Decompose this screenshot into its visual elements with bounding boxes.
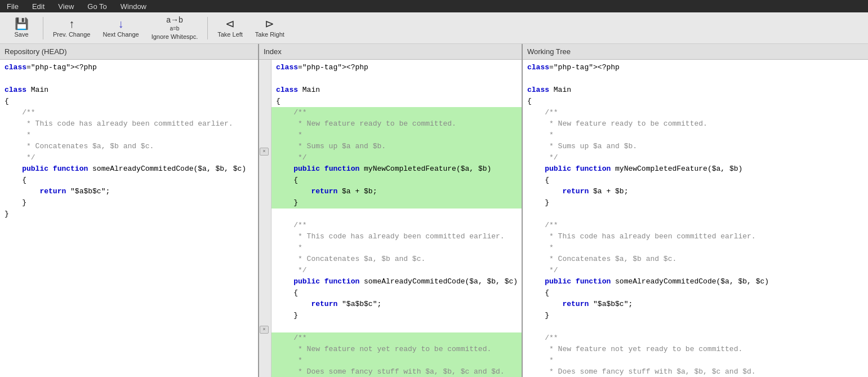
code-line: { bbox=[0, 96, 258, 107]
prev-change-button[interactable]: ↑ Prev. Change bbox=[48, 15, 95, 42]
code-line: return $a + $b; bbox=[271, 186, 522, 197]
middle-panel-header: Index bbox=[259, 44, 522, 60]
save-button[interactable]: 💾 Save bbox=[5, 15, 38, 42]
code-line: /** bbox=[523, 332, 868, 344]
code-line: class="php-tag"><?php bbox=[523, 62, 868, 73]
code-line: class Main bbox=[271, 85, 522, 96]
code-line: */ bbox=[271, 152, 522, 163]
code-line bbox=[523, 209, 868, 220]
code-line: { bbox=[523, 287, 868, 299]
take-left-icon: ⊲ bbox=[225, 18, 235, 29]
code-line: */ bbox=[0, 152, 258, 163]
code-line: /** bbox=[523, 220, 868, 231]
code-line: * New feature not yet ready to be commit… bbox=[271, 344, 522, 355]
take-right-button[interactable]: ⊳ Take Right bbox=[250, 15, 290, 42]
code-line: { bbox=[523, 175, 868, 186]
separator-2 bbox=[207, 17, 208, 39]
code-line: * bbox=[271, 130, 522, 141]
code-line: } bbox=[0, 197, 258, 209]
code-line: class="php-tag"><?php bbox=[271, 62, 522, 73]
middle-panel-content[interactable]: class="php-tag"><?php class Main{ /** * … bbox=[259, 60, 522, 377]
prev-change-label: Prev. Change bbox=[53, 31, 90, 38]
code-line: * bbox=[523, 130, 868, 141]
middle-gutter: × × bbox=[259, 60, 271, 377]
code-line: * This code has already been committed e… bbox=[0, 118, 258, 130]
code-line: public function someAlreadyCommitedCode(… bbox=[523, 276, 868, 287]
code-line: public function someAlreadyCommitedCode(… bbox=[0, 163, 258, 175]
code-line: } bbox=[271, 310, 522, 321]
menu-edit[interactable]: Edit bbox=[30, 1, 47, 12]
menu-window[interactable]: Window bbox=[118, 1, 149, 12]
code-line: * Sums up $a and $b. bbox=[523, 141, 868, 152]
code-line: public function myNewCompletedFeature($a… bbox=[523, 163, 868, 175]
code-line: return $a + $b; bbox=[523, 186, 868, 197]
right-panel: Working Tree class="php-tag"><?php class… bbox=[523, 44, 868, 377]
code-line: return "$a$b$c"; bbox=[523, 299, 868, 310]
code-line: class="php-tag"><?php bbox=[0, 62, 258, 73]
left-panel-header: Repository (HEAD) bbox=[0, 44, 258, 60]
code-line bbox=[271, 209, 522, 220]
take-left-label: Take Left bbox=[217, 31, 243, 38]
code-line: */ bbox=[271, 265, 522, 276]
code-line: * Concatenates $a, $b and $c. bbox=[271, 254, 522, 265]
code-line: { bbox=[271, 96, 522, 107]
menu-view[interactable]: View bbox=[56, 1, 76, 12]
code-line: * bbox=[271, 242, 522, 254]
code-line: * bbox=[523, 242, 868, 254]
next-change-icon: ↓ bbox=[118, 18, 124, 29]
code-line: } bbox=[523, 197, 868, 209]
next-change-label: Next Change bbox=[103, 31, 139, 38]
code-line: * New feature ready to be committed. bbox=[271, 118, 522, 130]
menu-file[interactable]: File bbox=[5, 1, 21, 12]
ignore-whitespace-button[interactable]: a→ba=b Ignore Whitespc. bbox=[146, 15, 203, 42]
take-left-button[interactable]: ⊲ Take Left bbox=[212, 15, 248, 42]
menu-goto[interactable]: Go To bbox=[85, 1, 109, 12]
code-line: * This code has already been committed e… bbox=[271, 231, 522, 242]
code-line: /** bbox=[271, 332, 522, 344]
x-button-2[interactable]: × bbox=[260, 326, 269, 334]
right-panel-header: Working Tree bbox=[523, 44, 868, 60]
left-panel-content[interactable]: class="php-tag"><?php class Main{ /** * … bbox=[0, 60, 258, 377]
ignore-ws-icon: a→ba=b bbox=[166, 16, 183, 32]
separator-1 bbox=[43, 17, 43, 39]
code-line: * bbox=[0, 130, 258, 141]
code-line: /** bbox=[271, 220, 522, 231]
code-line: * Concatenates $a, $b and $c. bbox=[0, 141, 258, 152]
code-line: { bbox=[271, 287, 522, 299]
code-line bbox=[0, 73, 258, 85]
code-line: } bbox=[523, 310, 868, 321]
toolbar: 💾 Save ↑ Prev. Change ↓ Next Change a→ba… bbox=[0, 12, 868, 44]
code-line: { bbox=[0, 175, 258, 186]
code-line bbox=[523, 321, 868, 332]
code-line: public function someAlreadyCommitedCode(… bbox=[271, 276, 522, 287]
code-line bbox=[523, 73, 868, 85]
ignore-ws-label: Ignore Whitespc. bbox=[152, 33, 198, 40]
take-right-icon: ⊳ bbox=[265, 18, 274, 29]
code-line: * Does some fancy stuff with $a, $b, $c … bbox=[271, 366, 522, 377]
code-line: * New feature ready to be committed. bbox=[523, 118, 868, 130]
code-line: * Concatenates $a, $b and $c. bbox=[523, 254, 868, 265]
code-line: * Sums up $a and $b. bbox=[271, 141, 522, 152]
code-line: */ bbox=[523, 265, 868, 276]
code-line: /** bbox=[523, 107, 868, 118]
code-line: public function myNewCompletedFeature($a… bbox=[271, 163, 522, 175]
code-line bbox=[271, 73, 522, 85]
next-change-button[interactable]: ↓ Next Change bbox=[97, 15, 144, 42]
code-line bbox=[271, 321, 522, 332]
code-line: return "$a$b$c"; bbox=[271, 299, 522, 310]
right-panel-content[interactable]: class="php-tag"><?php class Main{ /** * … bbox=[523, 60, 868, 377]
save-icon: 💾 bbox=[15, 18, 29, 29]
code-line: class Main bbox=[0, 85, 258, 96]
diff-panels: Repository (HEAD) class="php-tag"><?php … bbox=[0, 44, 868, 377]
code-line: * This code has already been committed e… bbox=[523, 231, 868, 242]
code-line: return "$a$b$c"; bbox=[0, 186, 258, 197]
code-line: * New feature not yet ready to be commit… bbox=[523, 344, 868, 355]
x-button-1[interactable]: × bbox=[260, 148, 269, 156]
code-line: { bbox=[523, 96, 868, 107]
middle-panel: Index × × class="php-tag"><?php class Ma… bbox=[259, 44, 523, 377]
code-line: * Does some fancy stuff with $a, $b, $c … bbox=[523, 366, 868, 377]
prev-change-icon: ↑ bbox=[69, 18, 74, 29]
code-line: { bbox=[271, 175, 522, 186]
take-right-label: Take Right bbox=[255, 31, 284, 38]
code-line: * bbox=[271, 355, 522, 366]
